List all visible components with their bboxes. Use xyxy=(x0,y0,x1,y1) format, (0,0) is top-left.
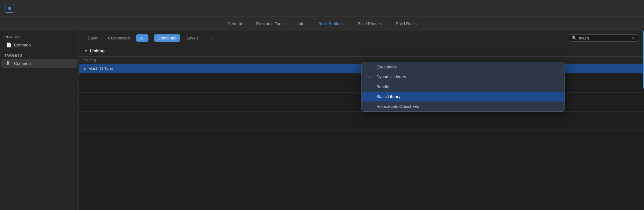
customized-filter-button[interactable]: Customized xyxy=(104,34,134,42)
combined-filter-button[interactable]: Combined xyxy=(154,34,180,42)
levels-filter-button[interactable]: Levels xyxy=(183,34,202,42)
empty-row-5 xyxy=(79,112,644,121)
dropdown-static-library[interactable]: Static Library xyxy=(362,92,565,102)
empty-row-10 xyxy=(79,159,644,169)
expand-triangle[interactable]: ▶ xyxy=(84,67,86,70)
filter-bar: Basic Customized All Combined Levels + 🔍… xyxy=(79,31,644,45)
setting-col-header: Setting xyxy=(79,57,361,64)
tab-info[interactable]: Info xyxy=(291,19,312,28)
tab-bar: General Resource Tags Info Build Setting… xyxy=(0,17,644,31)
mach-o-type-setting-name: ▶ Mach-O Type xyxy=(79,65,361,73)
search-box: 🔍 ✕ xyxy=(569,34,639,42)
empty-row-9 xyxy=(79,150,644,159)
settings-table: ▶ Mach-O Type Dynamic Library Executable… xyxy=(79,64,644,169)
content-area: Basic Customized All Combined Levels + 🔍… xyxy=(79,31,644,210)
static-library-label: Static Library xyxy=(376,94,401,99)
mach-o-type-dropdown: Executable ✓ Dynamic Library Bundle Stat… xyxy=(361,62,565,112)
tab-build-settings[interactable]: Build Settings xyxy=(312,19,351,28)
targets-section-header: TARGETS xyxy=(0,50,79,59)
project-common-label: Common xyxy=(14,43,31,47)
tab-build-rules[interactable]: Build Rules xyxy=(389,19,424,28)
add-filter-button[interactable]: + xyxy=(208,35,215,41)
linking-section-header: ▼ Linking xyxy=(79,45,644,57)
main-container: PROJECT 📄 Common TARGETS 🗄 Common Basic … xyxy=(0,31,644,210)
bundle-label: Bundle xyxy=(376,84,389,89)
section-collapse-triangle[interactable]: ▼ xyxy=(84,48,88,53)
empty-row-6 xyxy=(79,121,644,131)
search-input[interactable] xyxy=(579,36,630,40)
settings-content: ▼ Linking Setting ▶ Mach-O Type Dynamic … xyxy=(79,45,644,210)
dropdown-relocatable-object-file[interactable]: Relocatable Object File xyxy=(362,102,565,111)
project-file-icon: 📄 xyxy=(6,42,11,48)
filter-divider xyxy=(151,35,151,41)
target-common-label: Common xyxy=(14,61,31,66)
empty-row-7 xyxy=(79,131,644,140)
tab-resource-tags[interactable]: Resource Tags xyxy=(249,19,290,28)
toolbar: ■ xyxy=(0,0,644,17)
tab-general[interactable]: General xyxy=(220,19,249,28)
basic-filter-button[interactable]: Basic xyxy=(84,34,102,42)
all-filter-button[interactable]: All xyxy=(136,34,148,42)
sidebar-target-common[interactable]: 🗄 Common xyxy=(1,59,77,68)
project-icon: ■ xyxy=(8,5,11,11)
filter-divider-2 xyxy=(205,35,205,41)
empty-row-8 xyxy=(79,140,644,150)
dropdown-dynamic-library[interactable]: ✓ Dynamic Library xyxy=(362,72,565,82)
mach-o-type-label: Mach-O Type xyxy=(88,66,113,71)
dropdown-bundle[interactable]: Bundle xyxy=(362,82,565,92)
project-section-header: PROJECT xyxy=(0,31,79,40)
section-label: Linking xyxy=(90,48,105,53)
executable-label: Executable xyxy=(376,65,397,69)
dynamic-library-checkmark: ✓ xyxy=(368,74,373,79)
sidebar: PROJECT 📄 Common TARGETS 🗄 Common xyxy=(0,31,79,210)
target-icon: 🗄 xyxy=(6,60,11,66)
relocatable-label: Relocatable Object File xyxy=(376,104,419,109)
search-icon: 🔍 xyxy=(572,36,577,40)
search-clear-button[interactable]: ✕ xyxy=(632,36,635,40)
dropdown-executable[interactable]: Executable xyxy=(362,62,565,72)
tab-build-phases[interactable]: Build Phases xyxy=(351,19,389,28)
project-icon-box: ■ xyxy=(5,4,14,13)
dynamic-library-label: Dynamic Library xyxy=(376,74,406,79)
sidebar-project-common[interactable]: 📄 Common xyxy=(1,40,77,49)
